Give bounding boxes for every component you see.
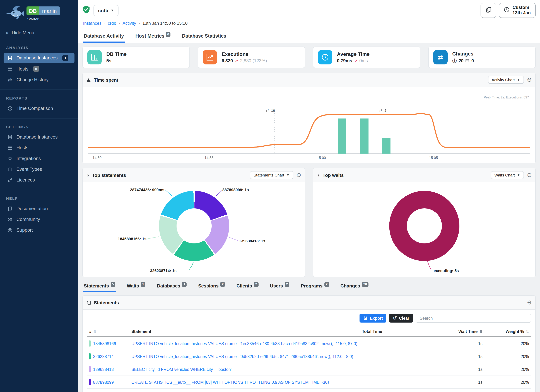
chevron-down-icon: ▼ [517,78,520,82]
time-spent-panel: Time spent Activity Chart ▼ ⊖ Peak Time:… [82,73,536,163]
event-board-icon [7,167,13,172]
executions-bar [360,119,369,154]
plug-icon [7,156,13,161]
database-icon [7,134,13,139]
tab-databases[interactable]: Databases 1 [156,283,187,292]
tab-programs[interactable]: Programs 2 [300,283,330,292]
sidebar-item-database-instances[interactable]: Database Instances 1 [4,53,75,63]
sort-icon[interactable]: ⇅ [526,330,529,334]
table-row: 139638413 SELECT city, id FROM vehicles … [87,363,531,376]
tab-host-metrics[interactable]: Host Metrics 0 [135,29,171,43]
section-title: ANALYSIS [4,42,75,52]
breadcrumb-crdb[interactable]: crdb [108,21,116,26]
statement-color-bar [89,353,91,359]
time-range-button[interactable]: Custom 13th Jan [499,3,536,18]
sidebar-item-change-history[interactable]: ⇄ Change History [4,74,75,85]
statement-id-link[interactable]: 139638413 [93,367,114,372]
statement-link[interactable]: UPSERT INTO vehicle_location_histories V… [131,341,358,346]
tab-waits[interactable]: Waits 1 [126,283,146,292]
time-spent-chart[interactable]: Peak Time: 2s, Executions: 837 ⇄ 16 [83,87,535,163]
statements-chart-selector[interactable]: Statements Chart ▼ [250,171,293,179]
sidebar-item-event-types[interactable]: Event Types [4,164,75,174]
brand-logo: DB marlin Starter [0,0,78,26]
tab-statements[interactable]: Statements 5 [83,283,116,292]
marlin-fish-icon [3,4,25,23]
column-id[interactable]: # ⇅ [87,327,129,337]
panel-title: Top statements [92,172,126,178]
table-row: 287474436 UPSERT INTO vehicle_location_h… [87,389,531,392]
bar-chart-icon [87,50,102,65]
waits-chart-selector[interactable]: Waits Chart ▼ [491,171,524,179]
edition-label: Starter [26,17,60,21]
sort-icon[interactable]: ⇅ [480,330,483,334]
statement-link[interactable]: SELECT city, id FROM vehicles WHERE city… [131,367,358,372]
sidebar-item-hosts[interactable]: Hosts 0 [4,64,75,74]
sidebar-item-database-instances-settings[interactable]: Database Instances [4,132,75,142]
donut-charts-row: ◔ Top statements Statements Chart ▼ ⊖ [82,168,536,277]
chart-icon [86,78,91,82]
tab-changes[interactable]: Changes 20 [340,283,369,292]
clock-compare-icon [7,106,13,111]
sidebar-item-time-comparison[interactable]: Time Comparison [4,103,75,114]
sort-icon[interactable]: ⇅ [93,330,96,334]
health-shield-icon [82,5,90,15]
sidebar-item-hosts-settings[interactable]: Hosts [4,143,75,153]
sidebar-item-support[interactable]: Support [4,225,75,235]
tab-badge: 1 [182,282,187,287]
kpi-db-time: DB Time 5s [82,47,190,68]
statement-link[interactable]: UPSERT INTO vehicle_location_histories V… [131,354,358,358]
activity-chart-svg: ⇄ 16 ⇄ 2 [88,101,530,154]
collapse-panel-icon[interactable]: ⊖ [527,172,532,178]
main-area: crdb ▼ Custom 13th Jan [78,0,540,392]
executions-bar [382,138,390,154]
tab-users[interactable]: Users 2 [269,283,290,292]
export-button[interactable]: Export [360,314,387,323]
sidebar-item-integrations[interactable]: Integrations [4,153,75,164]
kpi-average-time: Average Time 0.79ms ↗ 0ms [313,47,420,68]
column-weight[interactable]: Weight % ⇅ [485,327,531,337]
statement-id-link[interactable]: 887898099 [93,380,114,384]
table-toolbar: Export ↺ Clear [83,310,535,326]
kpi-executions: Executions 6,320 ↗ 2,830 (123%) [198,47,305,68]
statement-id-link[interactable]: 326238714 [93,354,114,358]
instance-selector[interactable]: crdb ▼ [94,5,119,16]
tab-database-statistics[interactable]: Database Statistics [181,29,227,43]
search-input[interactable] [416,314,531,323]
copy-link-button[interactable] [481,3,496,18]
tab-database-activity[interactable]: Database Activity [83,29,125,43]
sidebar-item-licences[interactable]: Licences [4,175,75,185]
brand-text: DB marlin Starter [26,6,60,21]
statements-donut[interactable] [159,191,229,261]
activity-chart-selector[interactable]: Activity Chart ▼ [488,76,524,84]
collapse-panel-icon[interactable]: ⊖ [296,172,301,178]
database-icon [7,55,13,60]
clock-icon [318,50,332,65]
sidebar-item-documentation[interactable]: Documentation [4,203,75,214]
breadcrumb-activity[interactable]: Activity [122,21,136,26]
tab-clients[interactable]: Clients 2 [236,283,259,292]
clear-button[interactable]: ↺ Clear [390,314,413,323]
sidebar-item-community[interactable]: Community [4,214,75,224]
table-header-row: # ⇅ Statement Total Time Wait Time ⇅ Wei… [87,327,531,337]
count-badge: 1 [62,55,69,61]
statement-id-link[interactable]: 1845898166 [93,341,116,346]
slice-label: 287474436: 999ms [130,188,164,192]
kpi-changes: ⇄ Changes ⓘ 20 0 [428,47,536,68]
undo-icon: ↺ [393,316,397,320]
x-axis: 14:50 14:55 15:00 15:05 [88,156,530,161]
tab-sessions[interactable]: Sessions 2 [197,283,226,292]
table-row: 887898099 CREATE STATISTICS __auto__ FRO… [87,376,531,389]
column-statement: Statement [129,327,360,337]
collapse-panel-icon[interactable]: ⊖ [527,77,532,83]
column-wait-time[interactable]: Wait Time ⇅ [426,327,485,337]
sidebar-section-settings: SETTINGS Database Instances Hosts Integr… [0,118,78,190]
collapse-panel-icon[interactable]: ⊖ [527,300,532,305]
breadcrumb-instances[interactable]: Instances [83,21,101,26]
waits-donut[interactable] [389,191,460,261]
statements-table: # ⇅ Statement Total Time Wait Time ⇅ Wei… [87,327,531,392]
hide-menu-button[interactable]: « Hide Menu [0,26,78,39]
section-title: REPORTS [4,93,75,103]
count-badge: 0 [33,66,39,72]
slice-label: executing: 5s [434,268,459,273]
statement-link[interactable]: CREATE STATISTICS __auto__ FROM [63] WIT… [131,380,358,384]
